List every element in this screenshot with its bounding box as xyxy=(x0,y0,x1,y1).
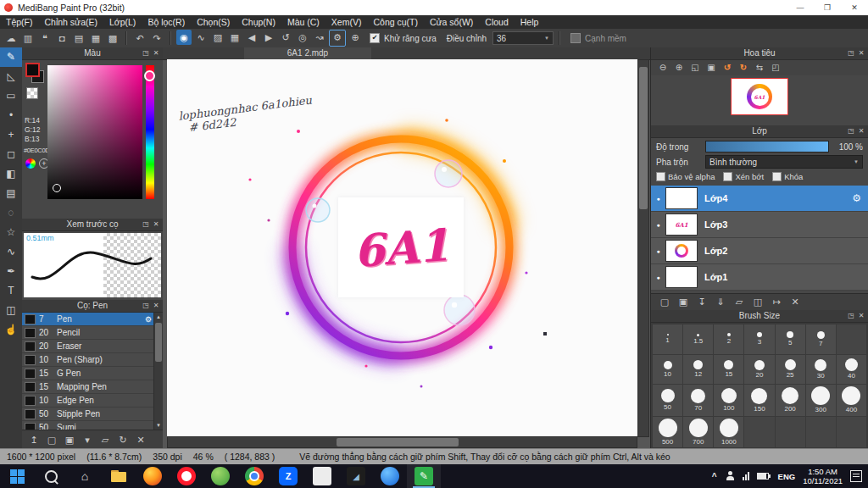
menu-item-t-p-f[interactable]: Tệp(F) xyxy=(0,15,39,29)
next-icon[interactable]: ▶ xyxy=(261,30,276,45)
snap-settings-icon[interactable]: ⚙ xyxy=(329,30,346,47)
close-icon[interactable]: ✕ xyxy=(856,47,866,59)
close-button[interactable]: ✕ xyxy=(841,0,868,15)
brush-menu-icon[interactable]: ▾ xyxy=(81,435,93,446)
redo-icon[interactable]: ↷ xyxy=(149,30,164,46)
transparent-swatch[interactable] xyxy=(26,87,38,99)
add-brush-icon[interactable]: ▢ xyxy=(46,435,58,446)
popout-icon[interactable]: ◳ xyxy=(141,300,151,312)
menu-item-ch-nh-s-a-e[interactable]: Chỉnh sửa(E) xyxy=(39,15,103,29)
hue-cursor[interactable] xyxy=(144,70,155,81)
brush-size-7[interactable]: 7 xyxy=(806,324,836,354)
select-tool[interactable]: ◻ xyxy=(0,145,22,164)
crosshair-icon[interactable]: ⊕ xyxy=(348,30,363,45)
people-icon[interactable] xyxy=(725,471,735,481)
wand-tool[interactable]: ☆ xyxy=(0,223,22,242)
brush-size-5[interactable]: 5 xyxy=(776,324,805,354)
brush-size-1.5[interactable]: 1.5 xyxy=(683,324,713,354)
brush-size-100[interactable]: 100 xyxy=(714,385,743,416)
foreground-color-swatch[interactable] xyxy=(25,63,40,77)
delete-brush-icon[interactable]: ✕ xyxy=(135,435,147,446)
brush-item-sumi[interactable]: 50Sumi xyxy=(22,421,153,430)
popout-icon[interactable]: ◳ xyxy=(846,310,856,322)
dot-pen-tool[interactable]: • xyxy=(0,106,22,125)
brush-list-scrollbar[interactable]: ▲ ▼ xyxy=(153,313,163,430)
cloud-icon[interactable]: ☁ xyxy=(3,30,19,46)
brush-item-g-pen[interactable]: 15G Pen xyxy=(22,367,153,380)
duplicate-layer-icon[interactable]: ▣ xyxy=(677,297,689,308)
move-tool[interactable]: + xyxy=(0,125,22,145)
brush-size-400[interactable]: 400 xyxy=(837,385,866,416)
antialias-checkbox[interactable]: ✔ xyxy=(370,33,380,43)
layer-visibility-toggle[interactable]: ● xyxy=(651,248,665,254)
layer-item-l-p1[interactable]: ●Lớp1 xyxy=(651,264,868,291)
layer-item-l-p4[interactable]: ●Lớp4⚙ xyxy=(651,186,868,212)
brush-size-15[interactable]: 15 xyxy=(714,355,743,385)
layer-folder-icon[interactable]: ▱ xyxy=(733,297,745,308)
text-tool[interactable]: T xyxy=(0,281,22,301)
brush-item-pencil[interactable]: 20Pencil xyxy=(22,326,153,340)
delete-layer-icon[interactable]: ✕ xyxy=(789,297,801,308)
network-icon[interactable] xyxy=(743,472,749,480)
close-icon[interactable]: ✕ xyxy=(856,125,866,137)
brush-tool[interactable]: ✎ xyxy=(0,47,22,67)
menu-item-l-p-l[interactable]: Lớp(L) xyxy=(103,15,142,29)
menu-item-ch-p-n[interactable]: Chụp(N) xyxy=(236,15,281,29)
scroll-thumb[interactable] xyxy=(337,438,459,446)
concentric-icon[interactable]: ◎ xyxy=(295,30,310,45)
brush-item-mapping-pen[interactable]: 15Mapping Pen xyxy=(22,380,153,394)
brush-size-25[interactable]: 25 xyxy=(776,355,805,385)
white-app-icon[interactable] xyxy=(305,464,339,488)
brush-size-10[interactable]: 10 xyxy=(653,355,682,385)
zoom-out-icon[interactable]: ⊖ xyxy=(656,61,670,75)
brush-item-pen[interactable]: 7Pen⚙ xyxy=(22,313,153,326)
snapshot-icon[interactable]: ◘ xyxy=(54,30,70,46)
scroll-up-icon[interactable]: ▲ xyxy=(154,313,163,321)
combine-layer-icon[interactable]: ◫ xyxy=(752,297,764,308)
brush-size-2[interactable]: 2 xyxy=(714,324,743,354)
brush-item-edge-pen[interactable]: 10Edge Pen xyxy=(22,394,153,408)
prev-icon[interactable]: ◀ xyxy=(244,30,259,45)
browser-app-icon[interactable] xyxy=(373,464,407,488)
duplicate-brush-icon[interactable]: ▣ xyxy=(64,435,75,446)
popout-icon[interactable]: ◳ xyxy=(846,125,856,137)
close-icon[interactable]: ✕ xyxy=(151,47,161,59)
spiral-icon[interactable]: ↺ xyxy=(278,30,293,45)
scroll-thumb[interactable] xyxy=(155,323,162,362)
mesh-icon[interactable]: ▦ xyxy=(227,30,242,45)
curve-icon[interactable]: ↝ xyxy=(312,30,327,45)
zoom-in-icon[interactable]: ⊕ xyxy=(672,61,686,75)
color-wheel-icon[interactable] xyxy=(25,158,36,169)
brush-item-stipple-pen[interactable]: 50Stipple Pen xyxy=(22,408,153,421)
popout-icon[interactable]: ◳ xyxy=(846,47,856,59)
canvas-vertical-scrollbar[interactable] xyxy=(637,59,649,437)
saturation-picker[interactable] xyxy=(47,65,142,199)
close-icon[interactable]: ✕ xyxy=(151,219,161,230)
coccoc-icon[interactable] xyxy=(203,464,237,488)
lock-checkbox[interactable]: Khóa xyxy=(772,172,803,181)
brush-settings-icon[interactable]: ⚙ xyxy=(145,315,152,324)
hand-tool[interactable]: ☝ xyxy=(0,320,22,340)
move-layer-icon[interactable]: ↦ xyxy=(771,297,782,308)
scroll-thumb[interactable] xyxy=(639,67,648,209)
hue-slider[interactable] xyxy=(146,65,154,199)
minimize-button[interactable]: — xyxy=(787,0,814,15)
close-icon[interactable]: ✕ xyxy=(856,310,866,322)
brush-size-70[interactable]: 70 xyxy=(683,385,713,416)
marquee-tool[interactable]: ▭ xyxy=(0,86,22,106)
pages-icon[interactable]: ▤ xyxy=(71,30,86,46)
file-explorer-icon[interactable] xyxy=(102,464,136,488)
search-button[interactable] xyxy=(34,464,68,488)
brush-item-pen-sharp[interactable]: 10Pen (Sharp) xyxy=(22,353,153,367)
opacity-slider[interactable] xyxy=(705,141,829,152)
chrome-icon[interactable] xyxy=(237,464,271,488)
popout-icon[interactable]: ◳ xyxy=(141,47,151,59)
start-button[interactable] xyxy=(0,464,34,488)
opera-icon[interactable] xyxy=(170,464,203,488)
brush-options-icon[interactable]: ◉ xyxy=(176,30,192,45)
grid-icon[interactable]: ▦ xyxy=(88,30,103,46)
taskbar-clock[interactable]: 1:50 AM 10/11/2021 xyxy=(803,467,843,485)
layer-item-l-p2[interactable]: ●Lớp2 xyxy=(651,238,868,264)
brush-size-20[interactable]: 20 xyxy=(744,355,774,385)
menu-item-ch-n-s[interactable]: Chọn(S) xyxy=(191,15,236,29)
